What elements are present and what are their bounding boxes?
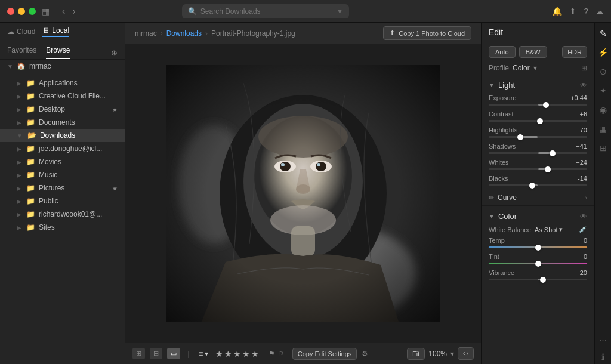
sidebar-search-icon[interactable]: ⊕ (111, 48, 118, 57)
sidebar-item-desktop[interactable]: ▶ 📁 Desktop ★ (0, 103, 125, 116)
single-view-button[interactable]: ▭ (167, 348, 180, 359)
more-options-icon[interactable]: … (596, 331, 610, 345)
grid-icon: ▦ (41, 7, 50, 16)
copy-to-cloud-button[interactable]: ⬆ Copy 1 Photo to Cloud (383, 26, 471, 40)
maximize-button[interactable] (29, 8, 36, 15)
search-input[interactable] (200, 7, 333, 16)
wb-dropdown-icon[interactable]: ▾ (559, 226, 563, 233)
eyedropper-icon[interactable]: 💉 (579, 226, 587, 233)
tint-thumb[interactable] (535, 261, 541, 267)
shadows-track[interactable] (489, 152, 587, 154)
whites-track[interactable] (489, 168, 587, 170)
cloud-tab[interactable]: ☁ Cloud (7, 27, 35, 36)
exposure-track[interactable] (489, 104, 587, 106)
main-layout: ☁ Cloud 🖥 Local Favorites Browse ⊕ ▼ 🏠 m… (0, 23, 611, 364)
tint-track[interactable] (489, 263, 587, 264)
forward-button[interactable]: › (70, 5, 78, 18)
exposure-thumb[interactable] (543, 102, 549, 108)
auto-button[interactable]: Auto (489, 46, 516, 58)
notification-icon[interactable]: 🔔 (552, 7, 562, 16)
sidebar-item-downloads[interactable]: ▼ 📂 Downloads (0, 129, 125, 142)
sidebar-item-applications[interactable]: ▶ 📁 Applications (0, 76, 125, 90)
temp-track[interactable] (489, 246, 587, 248)
sidebar-item-sites[interactable]: ▶ 📁 Sites (0, 221, 125, 234)
profile-row: Profile Color ▾ ⊞ (482, 63, 594, 77)
grid-view-button[interactable]: ⊞ (132, 348, 145, 359)
color-section-header[interactable]: ▼ Color 👁 (482, 208, 594, 224)
sidebar-item-movies[interactable]: ▶ 📁 Movies (0, 155, 125, 168)
share-icon[interactable]: ⬆ (569, 7, 576, 16)
search-bar[interactable]: 🔍 ▼ (182, 4, 349, 18)
info-icon[interactable]: ℹ (596, 350, 610, 364)
wb-value: As Shot (535, 226, 558, 233)
flag-icons[interactable]: ⚑ ⚐ (269, 350, 283, 358)
profile-dropdown-icon[interactable]: ▾ (533, 64, 537, 72)
folder-icon: 📁 (26, 210, 35, 218)
edit-mode-icon[interactable]: ✎ (596, 26, 610, 41)
adjust-icon[interactable]: ⚡ (596, 45, 610, 60)
photo-canvas (166, 65, 440, 322)
arrow-icon: ▶ (17, 198, 21, 205)
hdr-button[interactable]: HDR (562, 46, 587, 58)
tab-browse[interactable]: Browse (46, 46, 70, 59)
settings-icon[interactable]: ⚙ (362, 350, 368, 358)
tab-favorites[interactable]: Favorites (7, 46, 36, 59)
cloud-icon[interactable]: ☁ (595, 7, 604, 16)
column-view-button[interactable]: ⊟ (150, 348, 162, 359)
photo-area[interactable] (125, 44, 481, 343)
breadcrumb-sep1: › (161, 29, 163, 38)
sidebar-item-creative-cloud[interactable]: ▶ 📁 Creative Cloud File... (0, 90, 125, 103)
radial-icon[interactable]: ◉ (596, 103, 610, 117)
compare-button[interactable]: ⇔ (458, 347, 474, 360)
sidebar-item-richardwcook[interactable]: ▶ 📁 richardwcook01@... (0, 208, 125, 221)
sidebar-item-music[interactable]: ▶ 📁 Music (0, 168, 125, 181)
shadows-slider-row: Shadows +41 (482, 141, 594, 158)
brush-icon[interactable]: ⊙ (596, 64, 610, 79)
breadcrumb-folder[interactable]: Downloads (166, 29, 202, 38)
sidebar-item-documents[interactable]: ▶ 📁 Documents (0, 116, 125, 129)
sort-button[interactable]: ≡ ▾ (199, 350, 208, 358)
temp-thumb[interactable] (535, 245, 541, 251)
copy-edit-settings-button[interactable]: Copy Edit Settings (292, 348, 357, 360)
color-visibility-icon[interactable]: 👁 (580, 212, 587, 221)
fit-button[interactable]: Fit (407, 348, 425, 360)
breadcrumb-file: Portrait-Photography-1.jpg (211, 29, 295, 38)
gradient-icon[interactable]: ▦ (596, 122, 610, 136)
blacks-thumb[interactable] (529, 183, 535, 189)
help-icon[interactable]: ? (584, 7, 588, 16)
vibrance-thumb[interactable] (540, 277, 546, 283)
back-button[interactable]: ‹ (60, 5, 67, 18)
highlights-slider-row: Highlights -70 (482, 125, 594, 141)
sidebar-item-public[interactable]: ▶ 📁 Public (0, 195, 125, 208)
curve-row[interactable]: ✏ Curve › (482, 190, 594, 205)
blacks-slider-row: Blacks -14 (482, 174, 594, 190)
shadows-thumb[interactable] (550, 150, 556, 156)
close-button[interactable] (7, 8, 14, 15)
local-tab[interactable]: 🖥 Local (42, 26, 69, 37)
minimize-button[interactable] (18, 8, 25, 15)
crop-icon[interactable]: ⊞ (596, 141, 610, 155)
folder-icon: 📁 (26, 92, 35, 100)
arrow-icon: ▶ (17, 211, 21, 218)
contrast-track[interactable] (489, 120, 587, 122)
blacks-track[interactable] (489, 184, 587, 186)
bw-button[interactable]: B&W (519, 46, 547, 58)
highlights-thumb[interactable] (517, 134, 523, 140)
healing-icon[interactable]: ✦ (596, 84, 610, 98)
vibrance-track[interactable] (489, 279, 587, 280)
sidebar: ☁ Cloud 🖥 Local Favorites Browse ⊕ ▼ 🏠 m… (0, 23, 125, 364)
folder-icon: 📁 (26, 144, 35, 153)
search-icon: 🔍 (188, 7, 197, 16)
traffic-lights (7, 8, 36, 15)
highlights-track[interactable] (489, 136, 587, 138)
sidebar-item-joe[interactable]: ▶ 📁 joe.donoghue@icl... (0, 142, 125, 155)
light-section-header[interactable]: ▼ Light 👁 (482, 77, 594, 93)
contrast-thumb[interactable] (537, 118, 543, 124)
sidebar-item-pictures[interactable]: ▶ 📁 Pictures ★ (0, 181, 125, 195)
star-rating[interactable]: ★★★★★ (215, 349, 260, 359)
zoom-dropdown-icon[interactable]: ▾ (450, 350, 454, 358)
sidebar-user[interactable]: ▼ 🏠 mrmac (0, 60, 125, 73)
whites-thumb[interactable] (545, 166, 551, 172)
light-visibility-icon[interactable]: 👁 (580, 81, 587, 90)
profile-grid-icon[interactable]: ⊞ (581, 64, 587, 72)
